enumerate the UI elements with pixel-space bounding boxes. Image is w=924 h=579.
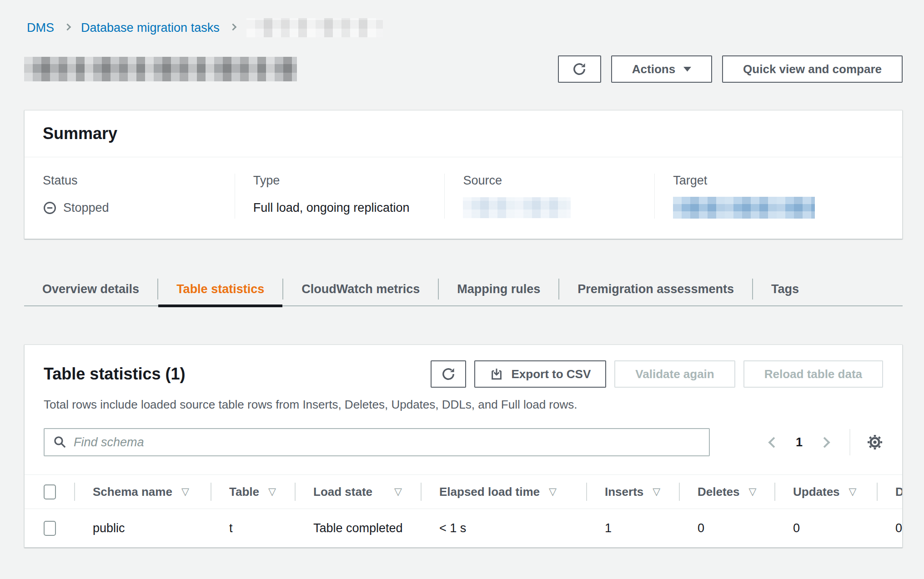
pagination: 1 — [770, 429, 883, 455]
redacted-source-endpoint[interactable] — [463, 197, 571, 218]
redacted-target-endpoint[interactable] — [673, 197, 815, 219]
redacted-task-name — [246, 18, 383, 37]
find-schema-input[interactable] — [44, 428, 710, 456]
export-csv-label: Export to CSV — [512, 367, 591, 381]
breadcrumb-dms-link[interactable]: DMS — [27, 21, 54, 35]
summary-card: Summary Status Stopped Type Full load, o… — [24, 110, 903, 239]
table-statistics-header: Table statistics (1) Export to CSV Valid… — [25, 345, 902, 388]
tab-table-statistics[interactable]: Table statistics — [158, 273, 282, 305]
cell-inserts: 1 — [586, 521, 679, 535]
status-label: Status — [43, 174, 216, 188]
select-all-checkbox[interactable] — [44, 484, 56, 499]
quick-view-compare-button[interactable]: Quick view and compare — [722, 55, 903, 83]
schema-search — [44, 428, 710, 456]
dms-task-page: DMS Database migration tasks Actions Qui… — [0, 0, 903, 548]
refresh-icon — [572, 62, 587, 76]
cell-ddls: 0 — [877, 521, 903, 535]
tab-tags[interactable]: Tags — [753, 273, 817, 305]
toolbar: Actions Quick view and compare — [558, 55, 903, 83]
next-page-button[interactable] — [803, 439, 829, 446]
actions-label: Actions — [632, 62, 675, 76]
validate-again-label: Validate again — [635, 367, 714, 381]
table-statistics-card: Table statistics (1) Export to CSV Valid… — [24, 344, 903, 548]
table-statistics-description: Total rows include loaded source table r… — [25, 388, 902, 412]
cell-table: t — [211, 521, 295, 535]
export-csv-button[interactable]: Export to CSV — [474, 360, 607, 388]
summary-status-column: Status Stopped — [25, 174, 235, 219]
table-refresh-button[interactable] — [431, 360, 466, 388]
column-header-updates[interactable]: Updates ▽ — [774, 475, 877, 509]
cell-schema-name: public — [74, 521, 211, 535]
cell-deletes: 0 — [679, 521, 774, 535]
chevron-right-icon — [819, 437, 830, 448]
tab-cloudwatch-metrics[interactable]: CloudWatch metrics — [283, 273, 438, 305]
sort-icon[interactable]: ▽ — [268, 486, 276, 498]
column-header-load-state[interactable]: Load state ▽ — [295, 475, 421, 509]
breadcrumb: DMS Database migration tasks — [24, 18, 903, 37]
download-icon — [490, 367, 503, 381]
refresh-icon — [441, 367, 456, 381]
row-checkbox[interactable] — [44, 521, 56, 536]
source-label: Source — [463, 174, 636, 188]
summary-type-column: Type Full load, ongoing replication — [235, 174, 445, 219]
actions-button[interactable]: Actions — [611, 55, 712, 83]
refresh-button[interactable] — [558, 55, 601, 83]
cell-elapsed-load-time: < 1 s — [421, 521, 586, 535]
current-page-number: 1 — [796, 435, 803, 449]
summary-title: Summary — [43, 124, 117, 143]
sort-icon[interactable]: ▽ — [181, 486, 189, 498]
pagination-divider — [849, 429, 850, 455]
summary-target-column: Target — [654, 174, 902, 219]
sort-icon[interactable]: ▽ — [749, 486, 757, 498]
filter-row: 1 — [25, 412, 902, 456]
statistics-table: Schema name ▽ Table ▽ Load state ▽ Elaps… — [25, 474, 903, 547]
type-label: Type — [253, 174, 427, 188]
reload-table-data-button[interactable]: Reload table data — [743, 360, 883, 388]
table-row: public t Table completed < 1 s 1 0 0 0 — [25, 509, 903, 547]
preferences-button[interactable] — [867, 434, 883, 450]
sort-icon[interactable]: ▽ — [394, 486, 402, 498]
table-statistics-actions: Export to CSV Validate again Reload tabl… — [431, 360, 883, 388]
header-checkbox-cell — [25, 475, 74, 509]
quick-view-label: Quick view and compare — [743, 62, 882, 76]
column-header-elapsed-load-time[interactable]: Elapsed load time ▽ — [421, 475, 586, 509]
summary-card-header: Summary — [25, 110, 902, 157]
summary-source-column: Source — [444, 174, 654, 219]
stopped-status-icon — [43, 201, 57, 215]
gear-icon — [867, 434, 883, 450]
cell-load-state: Table completed — [295, 521, 421, 535]
chevron-left-icon — [768, 437, 779, 448]
cell-updates: 0 — [774, 521, 877, 535]
sort-icon[interactable]: ▽ — [549, 486, 557, 498]
breadcrumb-tasks-link[interactable]: Database migration tasks — [81, 21, 220, 35]
task-tabs: Overview details Table statistics CloudW… — [24, 273, 903, 306]
tab-mapping-rules[interactable]: Mapping rules — [439, 273, 558, 305]
table-statistics-title: Table statistics (1) — [44, 364, 185, 384]
tab-overview-details[interactable]: Overview details — [24, 273, 157, 305]
sort-icon[interactable]: ▽ — [653, 486, 660, 498]
column-header-table[interactable]: Table ▽ — [211, 475, 295, 509]
column-header-schema-name[interactable]: Schema name ▽ — [74, 475, 211, 509]
tab-premigration-assessments[interactable]: Premigration assessments — [559, 273, 752, 305]
chevron-right-icon — [64, 24, 71, 31]
chevron-right-icon — [229, 24, 236, 31]
column-header-ddls[interactable]: DDLs — [877, 475, 903, 509]
summary-body: Status Stopped Type Full load, ongoing r… — [25, 157, 902, 239]
validate-again-button[interactable]: Validate again — [614, 360, 735, 388]
target-label: Target — [673, 174, 884, 188]
reload-table-data-label: Reload table data — [764, 367, 862, 381]
status-value: Stopped — [63, 201, 109, 215]
row-checkbox-cell — [25, 509, 74, 547]
previous-page-button[interactable] — [770, 439, 796, 446]
caret-down-icon — [683, 66, 691, 72]
page-header: Actions Quick view and compare — [24, 55, 903, 83]
sort-icon[interactable]: ▽ — [849, 486, 857, 498]
table-header-row: Schema name ▽ Table ▽ Load state ▽ Elaps… — [25, 474, 903, 509]
redacted-page-title — [24, 57, 297, 81]
column-header-deletes[interactable]: Deletes ▽ — [679, 475, 774, 509]
type-value: Full load, ongoing replication — [253, 197, 427, 219]
column-header-inserts[interactable]: Inserts ▽ — [586, 475, 679, 509]
